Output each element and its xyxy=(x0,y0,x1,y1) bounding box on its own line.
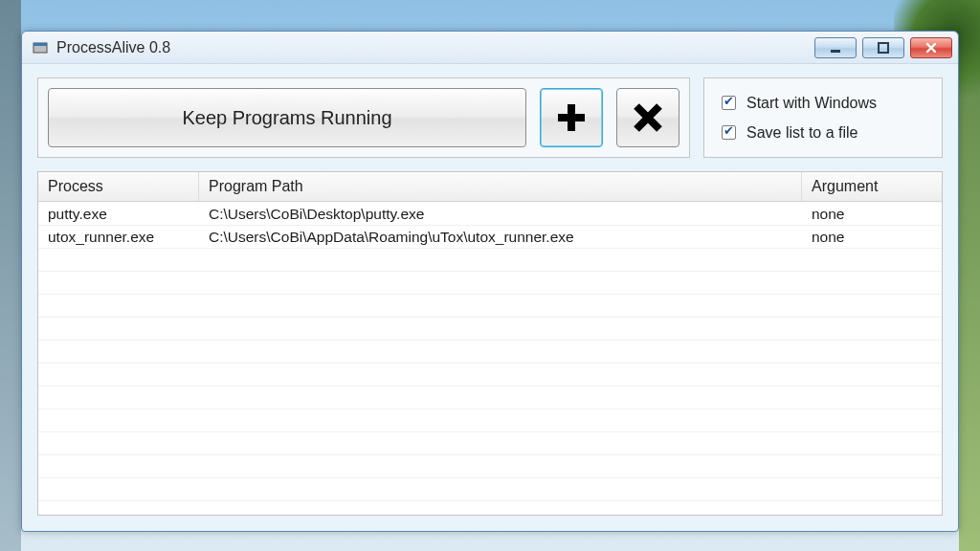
actions-panel: Keep Programs Running xyxy=(37,77,690,158)
x-icon xyxy=(629,99,667,137)
title-bar[interactable]: ProcessAlive 0.8 xyxy=(22,32,958,64)
svg-rect-1 xyxy=(33,43,47,46)
window-controls xyxy=(814,37,952,58)
add-button[interactable] xyxy=(540,88,603,147)
window-title: ProcessAlive 0.8 xyxy=(56,39,170,56)
save-list-option[interactable]: Save list to a file xyxy=(718,122,928,143)
grid-header: Process Program Path Argument xyxy=(38,172,942,202)
col-header-argument[interactable]: Argument xyxy=(802,172,942,201)
start-with-windows-checkbox[interactable] xyxy=(722,96,736,110)
save-list-checkbox[interactable] xyxy=(722,125,736,140)
cell-path: C:\Users\CoBi\AppData\Roaming\uTox\utox_… xyxy=(199,229,802,246)
cell-process: putty.exe xyxy=(38,206,199,223)
app-icon xyxy=(32,39,49,56)
keep-running-button[interactable]: Keep Programs Running xyxy=(48,88,526,147)
col-header-process[interactable]: Process xyxy=(38,172,199,201)
process-table-panel: Process Program Path Argument putty.exeC… xyxy=(37,171,943,516)
grid-body: putty.exeC:\Users\CoBi\Desktop\putty.exe… xyxy=(38,203,942,515)
cell-process: utox_runner.exe xyxy=(38,229,199,246)
remove-button[interactable] xyxy=(616,88,679,147)
col-header-path[interactable]: Program Path xyxy=(199,172,802,201)
close-button[interactable] xyxy=(910,37,952,58)
toolbar-row: Keep Programs Running Start with Windows xyxy=(37,77,943,158)
minimize-button[interactable] xyxy=(814,37,857,58)
table-row[interactable]: utox_runner.exeC:\Users\CoBi\AppData\Roa… xyxy=(38,226,942,249)
process-grid[interactable]: Process Program Path Argument putty.exeC… xyxy=(38,172,942,515)
svg-rect-3 xyxy=(879,43,888,53)
plus-icon xyxy=(552,99,590,137)
table-row[interactable]: putty.exeC:\Users\CoBi\Desktop\putty.exe… xyxy=(38,203,942,226)
options-panel: Start with Windows Save list to a file xyxy=(703,77,943,158)
cell-path: C:\Users\CoBi\Desktop\putty.exe xyxy=(199,206,802,223)
start-with-windows-label: Start with Windows xyxy=(746,95,877,112)
save-list-label: Save list to a file xyxy=(746,124,858,142)
maximize-button[interactable] xyxy=(862,37,904,58)
app-window: ProcessAlive 0.8 Keep Programs Running xyxy=(21,31,959,532)
cell-argument: none xyxy=(802,206,942,223)
start-with-windows-option[interactable]: Start with Windows xyxy=(718,93,928,113)
svg-rect-2 xyxy=(831,50,840,53)
client-area: Keep Programs Running Start with Windows xyxy=(22,64,958,531)
cell-argument: none xyxy=(802,229,942,246)
